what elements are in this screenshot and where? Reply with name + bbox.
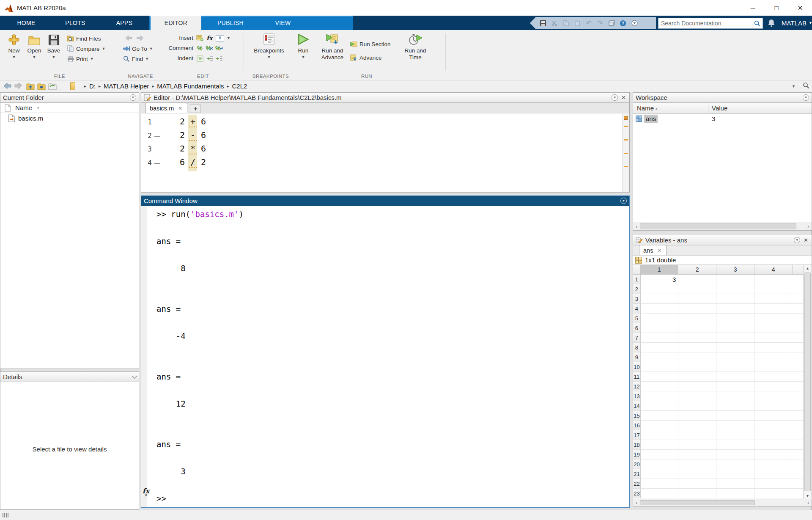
grid-cell[interactable] bbox=[792, 304, 803, 314]
workspace-horizontal-scrollbar[interactable]: ‹ › bbox=[633, 222, 812, 230]
grid-cell[interactable] bbox=[641, 401, 679, 411]
breadcrumb-segment[interactable]: C2L2 bbox=[232, 83, 247, 90]
grid-cell[interactable] bbox=[678, 459, 716, 469]
grid-cell[interactable] bbox=[792, 372, 803, 382]
tab-editor[interactable]: EDITOR bbox=[151, 16, 201, 30]
search-icon[interactable] bbox=[752, 20, 763, 27]
paste-icon[interactable] bbox=[573, 19, 581, 27]
grid-cell[interactable] bbox=[678, 411, 716, 421]
grid-row-header[interactable]: 10 bbox=[633, 362, 641, 372]
grid-cell[interactable] bbox=[792, 479, 803, 489]
editor-message-bar[interactable] bbox=[622, 114, 629, 192]
grid-cell[interactable] bbox=[754, 459, 793, 469]
run-section-button[interactable]: Run Section bbox=[350, 39, 391, 49]
message-mark[interactable] bbox=[624, 166, 628, 167]
forward-icon[interactable] bbox=[137, 35, 144, 42]
grid-cell[interactable] bbox=[792, 314, 803, 323]
grid-cell[interactable] bbox=[792, 343, 803, 352]
file-row-basics[interactable]: basics.m bbox=[0, 113, 139, 123]
grid-cell[interactable] bbox=[678, 489, 716, 498]
tab-publish[interactable]: PUBLISH bbox=[206, 16, 255, 30]
breadcrumb-segment[interactable]: MATLAB Fundamentals bbox=[157, 83, 224, 90]
minimize-button[interactable]: ─ bbox=[741, 0, 765, 16]
grid-cell[interactable] bbox=[678, 440, 716, 450]
grid-cell[interactable] bbox=[792, 323, 803, 333]
notification-bell-icon[interactable] bbox=[767, 19, 776, 28]
grid-cell[interactable] bbox=[716, 489, 754, 498]
grid-row-header[interactable]: 5 bbox=[633, 314, 641, 323]
run-and-time-button[interactable]: Run andTime bbox=[400, 32, 431, 61]
grid-cell[interactable] bbox=[678, 362, 716, 372]
save-icon[interactable] bbox=[539, 19, 547, 27]
grid-cell[interactable] bbox=[716, 382, 754, 391]
grid-cell[interactable] bbox=[754, 430, 793, 440]
current-folder-header-row[interactable]: Name ▾ bbox=[0, 103, 139, 113]
grid-cell[interactable] bbox=[792, 284, 803, 294]
grid-row-header[interactable]: 9 bbox=[633, 352, 641, 362]
grid-cell[interactable] bbox=[716, 343, 754, 352]
grid-row-header[interactable]: 7 bbox=[633, 333, 641, 343]
editor-code-line[interactable]: 3 2 * 6 bbox=[142, 143, 622, 157]
grid-row-header[interactable]: 13 bbox=[633, 391, 641, 401]
grid-cell[interactable] bbox=[678, 304, 716, 314]
fx-icon[interactable]: fx▼ bbox=[141, 488, 151, 496]
grid-row[interactable]: 10 bbox=[633, 362, 803, 372]
grid-cell[interactable] bbox=[641, 469, 679, 479]
scroll-left-icon[interactable]: ‹ bbox=[633, 499, 640, 506]
grid-cell[interactable] bbox=[754, 450, 793, 459]
save-button[interactable]: Save▼ bbox=[43, 32, 64, 59]
grid-cell[interactable] bbox=[754, 343, 793, 352]
panel-menu-icon[interactable]: ▼ bbox=[803, 94, 809, 101]
chevron-down-icon[interactable]: ▼ bbox=[149, 47, 153, 51]
workspace-column-headers[interactable]: Name▴ Value bbox=[633, 103, 812, 114]
grid-row-header[interactable]: 19 bbox=[633, 450, 641, 459]
grid-cell[interactable] bbox=[792, 450, 803, 459]
grid-row-header[interactable]: 23 bbox=[633, 489, 641, 498]
grid-row-header[interactable]: 2 bbox=[633, 284, 641, 294]
grid-column-header[interactable]: 2 bbox=[678, 265, 716, 275]
grid-cell[interactable] bbox=[716, 469, 754, 479]
grid-cell[interactable] bbox=[678, 333, 716, 343]
grid-row[interactable]: 14 bbox=[633, 401, 803, 411]
grid-cell[interactable] bbox=[716, 362, 754, 372]
value-column-header[interactable]: Value bbox=[712, 105, 727, 112]
grid-row[interactable]: 19 bbox=[633, 450, 803, 459]
maximize-button[interactable]: □ bbox=[765, 0, 788, 16]
grid-cell[interactable] bbox=[792, 275, 803, 284]
grid-cell[interactable] bbox=[641, 314, 679, 323]
uncomment-icon[interactable]: %✕ bbox=[206, 45, 213, 52]
grid-cell[interactable] bbox=[716, 304, 754, 314]
grid-cell[interactable] bbox=[641, 489, 679, 498]
chevron-down-icon[interactable]: ▼ bbox=[293, 55, 314, 59]
folder-bar-icon[interactable] bbox=[70, 82, 75, 90]
grid-row[interactable]: 18 bbox=[633, 440, 803, 450]
grid-cell[interactable] bbox=[754, 323, 793, 333]
grid-row-header[interactable]: 1 bbox=[633, 275, 641, 284]
grid-cell[interactable] bbox=[754, 333, 793, 343]
chevron-down-icon[interactable]: ▼ bbox=[24, 55, 45, 59]
grid-row[interactable]: 15 bbox=[633, 411, 803, 421]
grid-cell[interactable] bbox=[754, 382, 793, 391]
grid-cell[interactable] bbox=[792, 430, 803, 440]
address-dropdown-icon[interactable]: ▼ bbox=[792, 84, 796, 88]
grid-cell[interactable] bbox=[641, 323, 679, 333]
grid-cell[interactable] bbox=[678, 421, 716, 430]
grid-cell[interactable] bbox=[716, 421, 754, 430]
comment-icon[interactable]: % bbox=[196, 45, 203, 52]
grid-cell[interactable] bbox=[716, 314, 754, 323]
tab-plots[interactable]: PLOTS bbox=[51, 16, 100, 30]
grid-cell[interactable] bbox=[792, 459, 803, 469]
grid-cell[interactable] bbox=[678, 372, 716, 382]
grid-cell[interactable] bbox=[641, 352, 679, 362]
message-mark[interactable] bbox=[624, 126, 628, 127]
grid-cell[interactable] bbox=[678, 343, 716, 352]
grid-row[interactable]: 3 bbox=[633, 294, 803, 304]
grid-cell[interactable] bbox=[716, 294, 754, 304]
undo-icon[interactable]: ↶ bbox=[585, 19, 593, 27]
grid-row-header[interactable]: 14 bbox=[633, 401, 641, 411]
grid-cell[interactable] bbox=[678, 391, 716, 401]
account-menu[interactable]: MATLAB ▼ bbox=[782, 16, 812, 30]
grid-cell[interactable] bbox=[754, 314, 793, 323]
grid-cell[interactable] bbox=[716, 430, 754, 440]
name-column-header[interactable]: Name bbox=[637, 105, 654, 112]
